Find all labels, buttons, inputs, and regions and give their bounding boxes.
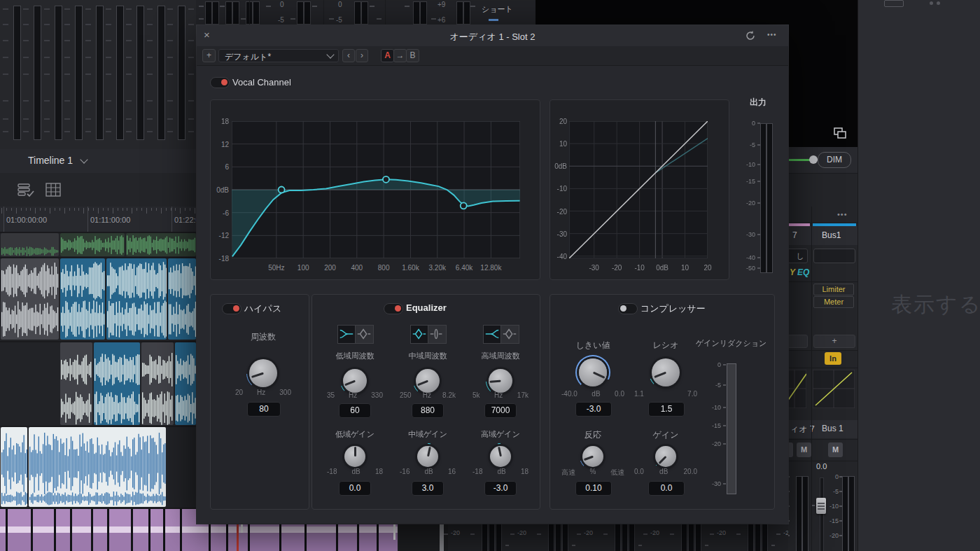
compressor-graph[interactable] [569,121,708,258]
meter-tick-label: -5 [278,16,284,24]
monitor-volume-knob[interactable] [809,155,818,164]
dim-button[interactable]: DIM [818,152,851,168]
eq-control-point[interactable] [279,187,285,193]
band-gain-knob[interactable] [344,446,365,467]
audio-clip[interactable] [29,427,166,507]
bus1-fader-value[interactable]: 0.0 [816,462,827,470]
effect-limiter[interactable]: Limiter [813,284,854,295]
timeline-ruler[interactable]: 01:00:00:0001:11:00:0001:22:00:00 [0,207,196,232]
in-badge[interactable]: In [825,352,841,365]
eq-graph[interactable] [232,121,520,258]
ab-compare-a-button[interactable]: A [381,49,394,62]
audio-clip[interactable] [94,342,140,425]
audio-clip[interactable] [1,427,27,507]
audio-clip[interactable] [60,258,105,340]
eq-band-shape-bell-button[interactable] [355,325,374,344]
dyn-badge-partial[interactable]: Y [790,267,795,277]
eq-band-shape-lowshelf-button[interactable] [337,325,356,344]
chevron-down-icon[interactable] [80,155,88,163]
track7-add-box[interactable] [788,335,808,348]
audio-clip[interactable] [106,258,167,340]
plugin-bypass-toggle[interactable] [210,77,230,88]
band-freq-knob[interactable] [489,369,512,393]
track7-input-box[interactable]: し [788,249,808,263]
bus1-fader-track[interactable] [820,477,824,551]
history-icon[interactable] [745,30,756,41]
ratio-value[interactable]: 1.5 [648,402,685,417]
eq-control-point[interactable] [383,176,389,183]
meter-tick [188,24,194,25]
makeup-gain-knob[interactable] [655,446,676,467]
dialog-menu-icon[interactable]: ••• [767,31,777,39]
highpass-toggle[interactable] [222,303,241,314]
response-value[interactable]: 0.10 [575,481,612,496]
band-freq-knob[interactable] [416,369,440,393]
scrollbar-thumb[interactable] [440,524,444,551]
bus1-mute-button[interactable]: M [828,442,843,457]
bus1-input-box[interactable] [813,249,855,263]
audio-clip[interactable] [1,233,59,256]
toolbar-button-partial[interactable] [884,0,904,7]
bus1-fader-handle[interactable] [816,498,826,514]
fader-tick [788,491,790,492]
track-list-icon[interactable] [17,181,36,198]
audio-clip[interactable] [175,342,196,425]
prev-preset-button[interactable]: ‹ [342,49,355,62]
makeup-gain-value[interactable]: 0.0 [648,481,685,496]
eq-band-shape-notch-button[interactable] [428,325,447,344]
track7-pan-pad[interactable] [788,370,806,408]
eq-badge[interactable]: EQ [797,267,809,277]
band-freq-value[interactable]: 60 [339,403,371,418]
band-gain-knob[interactable] [490,446,511,467]
band-gain-value[interactable]: 3.0 [412,481,444,496]
eq-control-point[interactable] [461,202,467,209]
track7-mute-button[interactable]: M [797,442,811,457]
hp-freq-value[interactable]: 80 [247,402,281,417]
add-preset-button[interactable]: + [202,49,216,62]
audio-clip[interactable] [168,258,196,340]
band-gain-value[interactable]: -3.0 [484,481,517,496]
audio-clip[interactable] [1,258,59,340]
bus-short-label[interactable]: ショート [482,4,513,15]
audio-clip[interactable] [60,342,92,425]
track7-solo-button-partial[interactable] [788,442,793,457]
hp-freq-knob[interactable] [249,359,277,387]
ratio-knob[interactable] [652,358,680,386]
index-grid-icon[interactable] [45,181,63,198]
mixer-menu-icon[interactable]: ••• [837,210,848,218]
meter-tick [3,100,8,102]
band-freq-knob[interactable] [343,369,367,393]
track7-tab-partial[interactable]: 7 [792,230,797,240]
timeline-name[interactable]: Timeline 1 [28,155,73,166]
band-gain-value[interactable]: 0.0 [339,481,371,496]
band-gain-knob[interactable] [417,446,438,467]
bus1-pan-pad[interactable] [813,370,855,408]
response-knob[interactable] [582,446,603,467]
meter-tick [329,18,334,20]
ab-compare-b-button[interactable]: B [406,49,419,62]
audio-clip[interactable] [60,233,125,256]
eq-band-shape-highshelf-button[interactable] [483,325,502,344]
band-freq-value[interactable]: 7000 [484,403,517,418]
eq-band-shape-bell-button[interactable] [500,325,519,344]
threshold-value[interactable]: -3.0 [575,402,612,417]
band-freq-label: 中域周波数 [396,351,459,361]
picture-in-picture-icon[interactable] [833,127,847,139]
meter-tick [106,118,111,120]
preset-dropdown[interactable]: デフォルト* [218,49,339,62]
bus1-name[interactable]: Bus 1 [822,424,844,433]
ab-copy-button[interactable]: → [393,49,407,62]
threshold-knob[interactable] [579,358,607,386]
audio-clip[interactable] [141,342,174,425]
equalizer-toggle[interactable] [384,303,403,314]
eq-band-shape-bell-button[interactable] [410,325,429,344]
audio-clip[interactable] [126,233,196,256]
response-label: 反応 [561,429,624,441]
compressor-toggle[interactable] [618,303,638,314]
band-freq-value[interactable]: 880 [412,403,444,418]
meter-tick [126,24,132,25]
effect-meter[interactable]: Meter [813,296,854,308]
bus1-tab[interactable]: Bus1 [822,230,841,240]
next-preset-button[interactable]: › [356,49,368,62]
bus1-add-button[interactable]: + [813,335,855,348]
